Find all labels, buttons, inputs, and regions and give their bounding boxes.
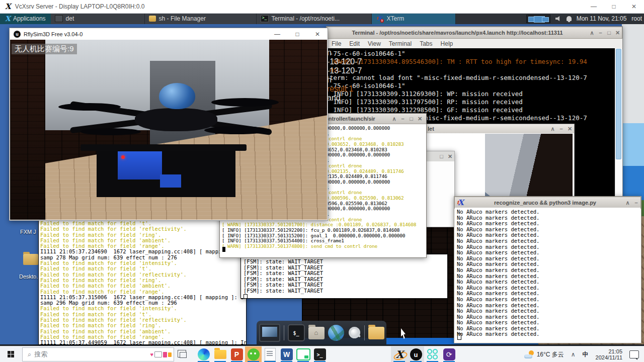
px4-terminal-titlebar[interactable]: Terminal - /opt/ros/noetic/share/mavros/… <box>327 27 622 39</box>
scrollbar-thumb[interactable] <box>616 49 621 159</box>
app-finder-icon[interactable] <box>348 326 361 339</box>
notification-bell-icon[interactable] <box>567 16 572 21</box>
terminal-cursor <box>244 294 248 299</box>
blue-box-small <box>160 174 181 188</box>
screen-cast-icon <box>296 348 310 360</box>
clock-date: 2024/11/11 <box>596 354 622 360</box>
volume-muted-icon[interactable] <box>555 16 561 21</box>
search-placeholder: 搜索 <box>34 350 47 359</box>
desktop-icon-label[interactable]: FXM J <box>20 229 36 235</box>
rflysim-window: u RflySim3D Free v3.04-0 — □ ✕ 无人机比赛编号:9 <box>9 28 328 221</box>
minimize-button[interactable]: – <box>632 200 640 206</box>
xfce-clock[interactable]: Mon 11 Nov, 21:05 <box>577 15 627 22</box>
taskbar-item-label: Terminal - /opt/ros/noeti... <box>272 15 340 22</box>
taskbar-app-screen-cast[interactable] <box>295 346 311 362</box>
menu-file[interactable]: File <box>332 40 341 47</box>
taskbar-item-file-manager[interactable]: sh - File Manager <box>145 13 257 24</box>
close-button[interactable]: ✕ <box>566 126 574 132</box>
taskbar-app-wechat[interactable] <box>245 346 262 362</box>
maximize-button[interactable]: □ <box>605 30 613 36</box>
taskbar-app-drone-tool[interactable] <box>424 346 441 362</box>
taskbar-app-unreal[interactable]: u <box>408 346 424 362</box>
close-button[interactable]: ✕ <box>307 31 328 38</box>
terminal-cursor <box>222 247 225 252</box>
maximize-button[interactable]: □ <box>407 116 416 122</box>
vcxsrv-icon: X <box>393 348 406 361</box>
taskbar-item-det[interactable]: det <box>51 13 145 24</box>
rflysim-titlebar[interactable]: u RflySim3D Free v3.04-0 — □ ✕ <box>10 28 328 40</box>
aruco-titlebar[interactable]: Xt recognize_aruco && python3 image.py ∧… <box>454 197 641 209</box>
taskbar-app-vcxsrv[interactable]: X <box>391 346 408 362</box>
taskbar-app-notepad[interactable] <box>262 346 278 362</box>
search-icon: ⌕ <box>28 350 31 358</box>
weather-widget[interactable]: 16°C 多云 <box>524 350 564 359</box>
host-maximize-button[interactable]: □ <box>604 3 624 10</box>
file-manager-launcher-icon[interactable]: ⌂ <box>308 327 325 339</box>
taskbar-app-word[interactable]: W <box>278 346 295 362</box>
folder-launcher-icon[interactable] <box>368 327 384 339</box>
minimize-button[interactable]: — <box>267 31 287 38</box>
menu-tabs[interactable]: Tabs <box>420 40 432 47</box>
shade-button[interactable]: ∧ <box>390 116 398 122</box>
folder-icon <box>149 16 156 22</box>
taskbar-item-label: XTerm <box>387 15 405 22</box>
taskbar-item-xterm[interactable]: Xt 5 XTerm <box>372 13 456 24</box>
taskbar-clock[interactable]: 21:05 2024/11/11 <box>596 348 622 360</box>
xfce-panel: X Applications det sh - File Manager >_ … <box>0 13 644 24</box>
taskbar-app-file-explorer[interactable] <box>212 346 228 362</box>
minimize-button[interactable]: – <box>398 116 407 122</box>
minimize-button[interactable]: – <box>557 126 566 132</box>
notepad-icon <box>265 348 276 361</box>
shade-button[interactable]: ∧ <box>548 126 557 132</box>
terminal-cursor <box>457 333 461 340</box>
windows-logo-icon <box>8 351 15 358</box>
menu-view[interactable]: View <box>368 40 381 47</box>
competition-id-overlay: 无人机比赛编号:9 <box>12 44 77 54</box>
menu-edit[interactable]: Edit <box>349 40 360 47</box>
rflysim-3d-viewport[interactable]: 无人机比赛编号:9 <box>10 40 327 220</box>
maximize-button[interactable]: □ <box>437 153 446 159</box>
display-settings-icon[interactable] <box>259 324 280 342</box>
task-view-button[interactable] <box>174 350 189 359</box>
aruco-terminal-window: Xt recognize_aruco && python3 image.py ∧… <box>454 196 641 343</box>
minimize-button[interactable]: – <box>596 30 605 36</box>
shade-button[interactable]: ∧ <box>588 30 596 36</box>
desktop-folder-label[interactable]: Deskto... <box>19 274 41 280</box>
weather-icon <box>524 350 534 358</box>
taskbar-app-sync-tool[interactable]: ⟳ <box>441 346 457 362</box>
host-window-title: VcXsrv Server - Display LAPTOP-L0Q8R0IH:… <box>15 3 584 10</box>
word-icon: W <box>281 348 293 360</box>
close-button[interactable]: ✕ <box>416 116 424 122</box>
taskbar-app-powerpoint[interactable]: P <box>228 346 245 362</box>
close-button[interactable]: ✕ <box>446 153 454 160</box>
desktop-folder-icon[interactable] <box>23 254 38 265</box>
host-close-button[interactable]: ✕ <box>624 3 644 10</box>
menu-terminal[interactable]: Terminal <box>389 40 412 47</box>
web-browser-launcher-icon[interactable] <box>328 325 344 341</box>
ime-indicator[interactable]: 中 <box>583 350 589 359</box>
hidden-icons-chevron[interactable]: ∧ <box>571 351 576 358</box>
dock-panel: $_ ⌂ <box>257 321 386 345</box>
close-button[interactable]: ✕ <box>613 30 622 36</box>
menu-help[interactable]: Help <box>441 40 453 47</box>
taskbar-app-edge[interactable] <box>195 346 212 362</box>
taskbar-item-terminal[interactable]: >_ Terminal - /opt/ros/noeti... <box>257 13 372 24</box>
search-promo-image: ♥ <box>150 351 172 357</box>
drone-tool-icon <box>427 349 438 360</box>
host-minimize-button[interactable]: — <box>584 3 604 10</box>
table-top <box>80 144 247 151</box>
terminal-launcher-icon[interactable]: $_ <box>288 324 305 341</box>
weather-text: 16°C 多云 <box>537 350 564 359</box>
red-indicator-light <box>121 155 125 159</box>
task-view-icon <box>178 350 186 357</box>
start-button[interactable] <box>0 346 22 362</box>
shade-button[interactable]: ∧ <box>623 200 632 206</box>
applications-menu-button[interactable]: X Applications <box>0 13 51 24</box>
camera-window-titlebar[interactable]: let ∧ – ✕ <box>426 124 574 133</box>
taskbar-app-cmd[interactable]: >_ <box>311 346 328 362</box>
action-center-icon[interactable] <box>629 350 639 358</box>
workspace-pager[interactable] <box>526 15 550 23</box>
taskbar-search-box[interactable]: ⌕ 搜索 ♥ <box>22 347 174 361</box>
maximize-button[interactable]: □ <box>287 31 307 38</box>
host-titlebar[interactable]: X VcXsrv Server - Display LAPTOP-L0Q8R0I… <box>0 0 644 14</box>
